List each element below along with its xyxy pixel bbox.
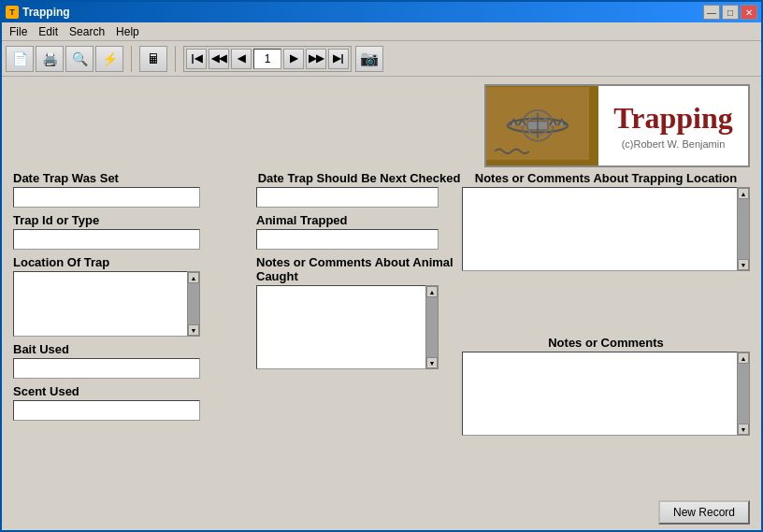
left-column: Date Trap Was Set Trap Id or Type Locati…	[13, 171, 256, 489]
menu-file[interactable]: File	[4, 23, 33, 40]
new-record-button[interactable]: New Record	[658, 500, 750, 525]
nav-prev-button[interactable]: ◀	[231, 49, 252, 69]
notes-comments-group: Notes or Comments ▲ ▼	[462, 336, 750, 489]
trap-id-input[interactable]	[13, 229, 200, 250]
menu-help[interactable]: Help	[110, 23, 145, 40]
form-area: Date Trap Was Set Trap Id or Type Locati…	[2, 171, 761, 496]
logo-subtitle: (c)Robert W. Benjamin	[622, 138, 726, 150]
notes-animal-wrapper: ▲ ▼	[256, 285, 462, 369]
date-next-check-group: Date Trap Should Be Next Checked	[256, 171, 462, 208]
scent-group: Scent Used	[13, 384, 256, 421]
notes-animal-scroll-up[interactable]: ▲	[426, 286, 438, 297]
notes-location-scroll-down[interactable]: ▼	[738, 259, 749, 270]
location-field-wrapper: ▲ ▼	[13, 271, 200, 337]
nav-last-button[interactable]: ▶|	[328, 49, 349, 69]
camera-button[interactable]: 📷	[355, 46, 383, 72]
logo-image	[486, 86, 598, 165]
location-scrollbar: ▲ ▼	[187, 271, 200, 337]
menu-search[interactable]: Search	[64, 23, 110, 40]
close-button[interactable]: ✕	[741, 5, 757, 20]
search-button[interactable]: 🔍	[65, 46, 94, 72]
animal-trapped-input[interactable]	[256, 229, 439, 250]
notes-comments-scroll-track	[738, 364, 749, 424]
date-next-check-input[interactable]	[256, 187, 439, 208]
nav-prev-prev-button[interactable]: ◀◀	[209, 49, 229, 69]
notes-animal-group: Notes or Comments About Animal Caught ▲ …	[256, 255, 462, 489]
date-trap-set-group: Date Trap Was Set	[13, 171, 256, 208]
notes-animal-scroll-track	[426, 297, 438, 357]
nav-first-button[interactable]: |◀	[186, 49, 207, 69]
location-textarea[interactable]	[13, 271, 187, 337]
calc-button[interactable]: 🖩	[139, 46, 167, 72]
scent-label: Scent Used	[13, 384, 256, 398]
navigation-group: |◀ ◀◀ ◀ 1 ▶ ▶▶ ▶|	[183, 46, 352, 72]
location-label: Location Of Trap	[13, 255, 256, 269]
notes-location-scroll-track	[738, 199, 749, 259]
date-next-check-label: Date Trap Should Be Next Checked	[256, 171, 462, 185]
trap-id-group: Trap Id or Type	[13, 213, 256, 250]
notes-animal-textarea[interactable]	[256, 285, 425, 369]
notes-comments-scroll-down[interactable]: ▼	[738, 424, 749, 435]
notes-location-label: Notes or Comments About Trapping Locatio…	[462, 171, 750, 185]
location-group: Location Of Trap ▲ ▼	[13, 255, 256, 337]
notes-location-wrapper: ▲ ▼	[462, 187, 750, 324]
trap-illustration	[486, 86, 589, 161]
new-doc-button[interactable]: 📄	[6, 46, 34, 72]
menu-bar: File Edit Search Help	[2, 22, 761, 41]
menu-edit[interactable]: Edit	[33, 23, 64, 40]
toolbar: 📄 🖨️ 🔍 ⚡ 🖩 |◀ ◀◀ ◀ 1 ▶ ▶▶ ▶| 📷	[2, 41, 761, 77]
logo-container: Trapping (c)Robert W. Benjamin	[484, 84, 750, 167]
notes-location-group: Notes or Comments About Trapping Locatio…	[462, 171, 750, 324]
maximize-button[interactable]: □	[722, 5, 739, 20]
print-button[interactable]: 🖨️	[36, 46, 64, 72]
location-scroll-track	[188, 283, 199, 324]
notes-animal-label: Notes or Comments About Animal Caught	[256, 255, 462, 283]
date-trap-set-input[interactable]	[13, 187, 200, 208]
toolbar-sep-2	[175, 46, 176, 72]
minimize-button[interactable]: —	[703, 5, 720, 20]
notes-location-textarea[interactable]	[462, 187, 737, 271]
window-controls: — □ ✕	[703, 5, 757, 20]
notes-comments-textarea[interactable]	[462, 352, 737, 436]
notes-comments-label: Notes or Comments	[462, 336, 750, 350]
bottom-bar: New Record	[2, 496, 761, 530]
scent-input[interactable]	[13, 400, 200, 421]
bait-label: Bait Used	[13, 342, 256, 356]
notes-comments-wrapper: ▲ ▼	[462, 352, 750, 489]
trap-id-label: Trap Id or Type	[13, 213, 256, 227]
notes-animal-scroll-down[interactable]: ▼	[426, 357, 438, 368]
nav-next-button[interactable]: ▶	[283, 49, 304, 69]
window-title: Trapping	[22, 6, 70, 19]
lightning-button[interactable]: ⚡	[95, 46, 123, 72]
notes-comments-scrollbar: ▲ ▼	[737, 352, 750, 436]
header-area: Trapping (c)Robert W. Benjamin	[2, 77, 761, 171]
main-window: T Trapping — □ ✕ File Edit Search Help 📄…	[0, 0, 763, 532]
app-icon: T	[6, 6, 19, 19]
animal-trapped-label: Animal Trapped	[256, 213, 462, 227]
animal-trapped-group: Animal Trapped	[256, 213, 462, 250]
logo-title: Trapping	[613, 103, 732, 133]
date-trap-set-label: Date Trap Was Set	[13, 171, 256, 185]
bait-input[interactable]	[13, 358, 200, 379]
location-scroll-up[interactable]: ▲	[188, 272, 199, 283]
toolbar-file-group: 📄 🖨️ 🔍 ⚡	[6, 46, 123, 72]
title-bar-left: T Trapping	[6, 6, 70, 19]
nav-next-next-button[interactable]: ▶▶	[306, 49, 326, 69]
title-bar: T Trapping — □ ✕	[2, 2, 761, 22]
notes-location-scrollbar: ▲ ▼	[737, 187, 750, 271]
main-content: Trapping (c)Robert W. Benjamin Date Trap…	[2, 77, 761, 530]
middle-column: Date Trap Should Be Next Checked Animal …	[256, 171, 462, 489]
notes-location-scroll-up[interactable]: ▲	[738, 188, 749, 199]
notes-animal-scrollbar: ▲ ▼	[425, 285, 439, 369]
page-number-field[interactable]: 1	[253, 49, 281, 69]
location-scroll-down[interactable]: ▼	[188, 324, 199, 336]
notes-comments-scroll-up[interactable]: ▲	[738, 352, 749, 364]
toolbar-sep-1	[131, 46, 132, 72]
right-column: Notes or Comments About Trapping Locatio…	[462, 171, 750, 489]
logo-text-area: Trapping (c)Robert W. Benjamin	[598, 99, 748, 153]
bait-group: Bait Used	[13, 342, 256, 379]
